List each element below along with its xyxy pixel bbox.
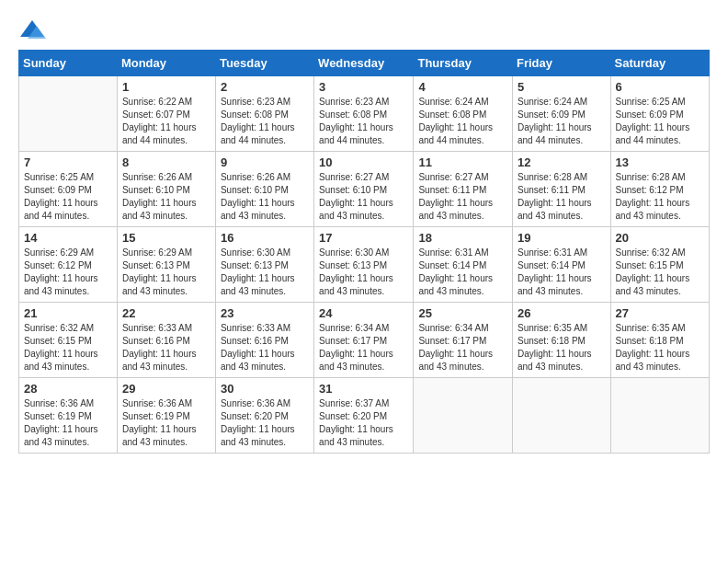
day-info: Sunrise: 6:36 AMSunset: 6:19 PMDaylight:… — [122, 397, 210, 449]
calendar-day-cell: 2Sunrise: 6:23 AMSunset: 6:08 PMDaylight… — [215, 76, 313, 152]
day-number: 5 — [518, 80, 606, 94]
day-number: 12 — [518, 155, 606, 169]
calendar-day-cell: 10Sunrise: 6:27 AMSunset: 6:10 PMDayligh… — [314, 152, 414, 227]
logo — [18, 18, 50, 40]
col-sunday: Sunday — [19, 51, 118, 76]
day-info: Sunrise: 6:30 AMSunset: 6:13 PMDaylight:… — [319, 247, 408, 298]
calendar-day-cell: 8Sunrise: 6:26 AMSunset: 6:10 PMDaylight… — [117, 152, 215, 227]
day-number: 19 — [518, 231, 606, 245]
day-number: 21 — [24, 306, 112, 320]
day-number: 7 — [24, 155, 112, 169]
day-number: 2 — [221, 80, 309, 94]
day-number: 1 — [122, 80, 210, 94]
day-number: 26 — [518, 306, 606, 320]
day-info: Sunrise: 6:31 AMSunset: 6:14 PMDaylight:… — [418, 247, 507, 298]
day-info: Sunrise: 6:35 AMSunset: 6:18 PMDaylight:… — [518, 322, 606, 373]
col-thursday: Thursday — [414, 51, 513, 76]
calendar-day-cell: 20Sunrise: 6:32 AMSunset: 6:15 PMDayligh… — [610, 227, 709, 303]
calendar-day-cell: 5Sunrise: 6:24 AMSunset: 6:09 PMDaylight… — [513, 76, 611, 152]
day-info: Sunrise: 6:32 AMSunset: 6:15 PMDaylight:… — [616, 247, 704, 298]
day-info: Sunrise: 6:27 AMSunset: 6:11 PMDaylight:… — [418, 171, 507, 223]
calendar-day-cell — [414, 378, 513, 454]
day-number: 4 — [418, 80, 507, 94]
day-number: 27 — [616, 306, 704, 320]
day-number: 31 — [319, 382, 408, 396]
day-info: Sunrise: 6:23 AMSunset: 6:08 PMDaylight:… — [221, 96, 309, 147]
calendar-day-cell — [513, 378, 611, 454]
calendar-day-cell — [19, 76, 118, 152]
calendar-day-cell: 23Sunrise: 6:33 AMSunset: 6:16 PMDayligh… — [215, 303, 313, 378]
day-info: Sunrise: 6:26 AMSunset: 6:10 PMDaylight:… — [122, 171, 210, 223]
calendar-table: Sunday Monday Tuesday Wednesday Thursday… — [18, 50, 710, 454]
day-number: 22 — [122, 306, 210, 320]
calendar-day-cell — [610, 378, 709, 454]
calendar-day-cell: 16Sunrise: 6:30 AMSunset: 6:13 PMDayligh… — [215, 227, 313, 303]
day-info: Sunrise: 6:30 AMSunset: 6:13 PMDaylight:… — [221, 247, 309, 298]
calendar-day-cell: 19Sunrise: 6:31 AMSunset: 6:14 PMDayligh… — [513, 227, 611, 303]
calendar-day-cell: 4Sunrise: 6:24 AMSunset: 6:08 PMDaylight… — [414, 76, 513, 152]
day-info: Sunrise: 6:33 AMSunset: 6:16 PMDaylight:… — [122, 322, 210, 373]
calendar-week-row: 21Sunrise: 6:32 AMSunset: 6:15 PMDayligh… — [19, 303, 710, 378]
day-number: 8 — [122, 155, 210, 169]
calendar-day-cell: 6Sunrise: 6:25 AMSunset: 6:09 PMDaylight… — [610, 76, 709, 152]
calendar-week-row: 7Sunrise: 6:25 AMSunset: 6:09 PMDaylight… — [19, 152, 710, 227]
day-info: Sunrise: 6:36 AMSunset: 6:19 PMDaylight:… — [24, 397, 112, 449]
calendar-day-cell: 26Sunrise: 6:35 AMSunset: 6:18 PMDayligh… — [513, 303, 611, 378]
day-info: Sunrise: 6:24 AMSunset: 6:08 PMDaylight:… — [418, 96, 507, 147]
day-info: Sunrise: 6:25 AMSunset: 6:09 PMDaylight:… — [616, 96, 704, 147]
calendar-day-cell: 12Sunrise: 6:28 AMSunset: 6:11 PMDayligh… — [513, 152, 611, 227]
calendar-day-cell: 31Sunrise: 6:37 AMSunset: 6:20 PMDayligh… — [314, 378, 414, 454]
calendar-day-cell: 1Sunrise: 6:22 AMSunset: 6:07 PMDaylight… — [117, 76, 215, 152]
calendar-day-cell: 15Sunrise: 6:29 AMSunset: 6:13 PMDayligh… — [117, 227, 215, 303]
col-monday: Monday — [117, 51, 215, 76]
calendar-week-row: 14Sunrise: 6:29 AMSunset: 6:12 PMDayligh… — [19, 227, 710, 303]
calendar-day-cell: 22Sunrise: 6:33 AMSunset: 6:16 PMDayligh… — [117, 303, 215, 378]
day-info: Sunrise: 6:31 AMSunset: 6:14 PMDaylight:… — [518, 247, 606, 298]
col-tuesday: Tuesday — [215, 51, 313, 76]
day-info: Sunrise: 6:23 AMSunset: 6:08 PMDaylight:… — [319, 96, 408, 147]
day-number: 24 — [319, 306, 408, 320]
day-number: 10 — [319, 155, 408, 169]
day-number: 18 — [418, 231, 507, 245]
calendar-week-row: 28Sunrise: 6:36 AMSunset: 6:19 PMDayligh… — [19, 378, 710, 454]
calendar-day-cell: 14Sunrise: 6:29 AMSunset: 6:12 PMDayligh… — [19, 227, 118, 303]
day-info: Sunrise: 6:22 AMSunset: 6:07 PMDaylight:… — [122, 96, 210, 147]
day-number: 25 — [418, 306, 507, 320]
day-info: Sunrise: 6:35 AMSunset: 6:18 PMDaylight:… — [616, 322, 704, 373]
calendar-day-cell: 27Sunrise: 6:35 AMSunset: 6:18 PMDayligh… — [610, 303, 709, 378]
calendar-day-cell: 7Sunrise: 6:25 AMSunset: 6:09 PMDaylight… — [19, 152, 118, 227]
calendar-day-cell: 9Sunrise: 6:26 AMSunset: 6:10 PMDaylight… — [215, 152, 313, 227]
calendar-day-cell: 3Sunrise: 6:23 AMSunset: 6:08 PMDaylight… — [314, 76, 414, 152]
col-wednesday: Wednesday — [314, 51, 414, 76]
day-number: 11 — [418, 155, 507, 169]
day-number: 16 — [221, 231, 309, 245]
day-info: Sunrise: 6:29 AMSunset: 6:13 PMDaylight:… — [122, 247, 210, 298]
day-number: 17 — [319, 231, 408, 245]
calendar-day-cell: 21Sunrise: 6:32 AMSunset: 6:15 PMDayligh… — [19, 303, 118, 378]
calendar-day-cell: 28Sunrise: 6:36 AMSunset: 6:19 PMDayligh… — [19, 378, 118, 454]
calendar-day-cell: 11Sunrise: 6:27 AMSunset: 6:11 PMDayligh… — [414, 152, 513, 227]
page-header — [18, 18, 710, 40]
day-number: 30 — [221, 382, 309, 396]
day-number: 15 — [122, 231, 210, 245]
day-info: Sunrise: 6:24 AMSunset: 6:09 PMDaylight:… — [518, 96, 606, 147]
day-info: Sunrise: 6:36 AMSunset: 6:20 PMDaylight:… — [221, 397, 309, 449]
calendar-day-cell: 18Sunrise: 6:31 AMSunset: 6:14 PMDayligh… — [414, 227, 513, 303]
calendar-day-cell: 17Sunrise: 6:30 AMSunset: 6:13 PMDayligh… — [314, 227, 414, 303]
day-number: 29 — [122, 382, 210, 396]
day-info: Sunrise: 6:33 AMSunset: 6:16 PMDaylight:… — [221, 322, 309, 373]
calendar-day-cell: 30Sunrise: 6:36 AMSunset: 6:20 PMDayligh… — [215, 378, 313, 454]
day-number: 14 — [24, 231, 112, 245]
day-number: 9 — [221, 155, 309, 169]
day-number: 3 — [319, 80, 408, 94]
day-number: 28 — [24, 382, 112, 396]
calendar-day-cell: 25Sunrise: 6:34 AMSunset: 6:17 PMDayligh… — [414, 303, 513, 378]
day-number: 20 — [616, 231, 704, 245]
logo-icon — [18, 18, 46, 40]
day-info: Sunrise: 6:26 AMSunset: 6:10 PMDaylight:… — [221, 171, 309, 223]
day-info: Sunrise: 6:37 AMSunset: 6:20 PMDaylight:… — [319, 397, 408, 449]
day-number: 23 — [221, 306, 309, 320]
day-info: Sunrise: 6:34 AMSunset: 6:17 PMDaylight:… — [418, 322, 507, 373]
day-number: 6 — [616, 80, 704, 94]
calendar-day-cell: 13Sunrise: 6:28 AMSunset: 6:12 PMDayligh… — [610, 152, 709, 227]
